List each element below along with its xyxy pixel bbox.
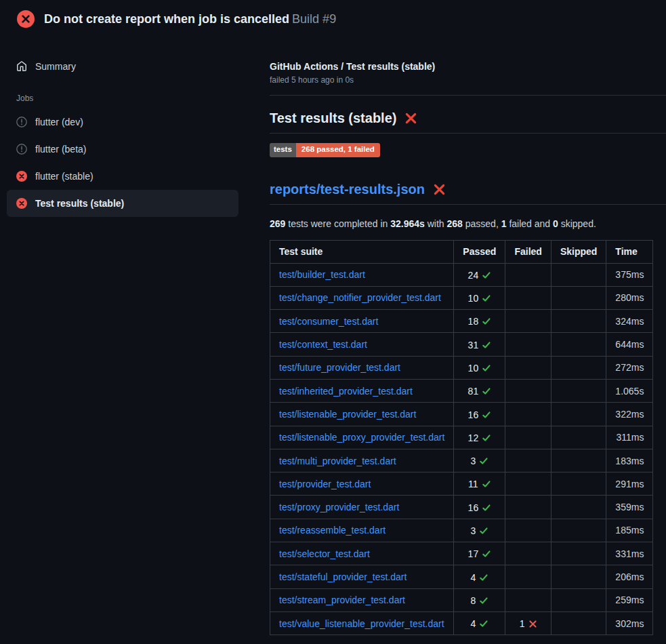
table-row: test/builder_test.dart 24 375ms [270, 263, 653, 286]
sidebar-item-summary[interactable]: Summary [7, 53, 238, 80]
table-row: test/selector_test.dart 17 331ms [270, 542, 653, 565]
test-suite-cell: test/change_notifier_provider_test.dart [270, 286, 454, 309]
passed-cell: 24 [454, 263, 505, 286]
sidebar-item-flutter-beta[interactable]: flutter (beta) [7, 136, 238, 163]
failed-circle-icon [16, 198, 27, 209]
failed-circle-icon [17, 10, 35, 28]
test-suite-cell: test/reassemble_test.dart [270, 519, 454, 542]
test-suite-link[interactable]: test/inherited_provider_test.dart [279, 386, 413, 397]
run-title: Do not create report when job is cancell… [44, 12, 289, 26]
time-cell: 644ms [606, 333, 653, 356]
test-suite-link[interactable]: test/selector_test.dart [279, 548, 370, 559]
test-suite-cell: test/value_listenable_provider_test.dart [270, 611, 454, 635]
test-suite-link[interactable]: test/listenable_proxy_provider_test.dart [279, 432, 444, 443]
test-suite-link[interactable]: test/stream_provider_test.dart [279, 595, 405, 605]
failed-cell [505, 496, 551, 519]
table-row: test/multi_provider_test.dart 3 183ms [270, 449, 653, 472]
passed-cell: 10 [454, 356, 505, 379]
summary-line: 269 tests were completed in 32.964s with… [270, 218, 666, 229]
check-icon [479, 573, 488, 582]
home-icon [16, 61, 27, 72]
test-suite-cell: test/builder_test.dart [270, 263, 454, 286]
test-suite-cell: test/listenable_proxy_provider_test.dart [270, 426, 454, 449]
check-icon [482, 340, 491, 350]
check-icon [482, 503, 491, 512]
sidebar-item-test-results-stable[interactable]: Test results (stable) [7, 190, 238, 217]
test-suite-link[interactable]: test/stateful_provider_test.dart [279, 571, 407, 582]
check-icon [482, 549, 491, 559]
passed-cell: 11 [454, 472, 505, 496]
time-cell: 259ms [606, 588, 653, 611]
sidebar-item-flutter-dev[interactable]: flutter (dev) [7, 108, 238, 136]
time-cell: 185ms [606, 519, 653, 542]
skipped-cell [551, 286, 606, 309]
skipped-cell [551, 379, 606, 402]
table-row: test/value_listenable_provider_test.dart… [270, 611, 653, 635]
passed-cell: 31 [454, 333, 505, 356]
failed-cell [505, 472, 551, 496]
test-suite-cell: test/multi_provider_test.dart [270, 449, 454, 472]
test-suite-cell: test/context_test.dart [270, 333, 454, 356]
run-header: Do not create report when job is cancell… [0, 0, 666, 37]
test-suite-link[interactable]: test/provider_test.dart [279, 479, 371, 489]
test-suite-link[interactable]: test/listenable_provider_test.dart [279, 409, 416, 420]
table-row: test/listenable_provider_test.dart 16 32… [270, 403, 653, 426]
test-suite-cell: test/stream_provider_test.dart [270, 588, 454, 611]
sidebar-item-label: flutter (stable) [35, 171, 93, 182]
time-cell: 324ms [606, 310, 653, 333]
test-suite-link[interactable]: test/change_notifier_provider_test.dart [279, 292, 441, 303]
column-header-passed: Passed [454, 240, 505, 263]
test-suite-link[interactable]: test/value_listenable_provider_test.dart [279, 618, 444, 629]
test-suite-link[interactable]: test/context_test.dart [279, 339, 367, 350]
test-suite-link[interactable]: test/proxy_provider_test.dart [279, 502, 399, 512]
check-icon [482, 386, 491, 396]
table-row: test/provider_test.dart 11 291ms [270, 472, 653, 496]
report-file-link[interactable]: reports/test-results.json [270, 182, 425, 197]
test-suite-link[interactable]: test/builder_test.dart [279, 269, 365, 280]
report-file-heading: reports/test-results.json [270, 182, 666, 205]
jobs-section-label: Jobs [16, 94, 229, 103]
table-row: test/inherited_provider_test.dart 81 1.0… [270, 379, 653, 402]
table-row: test/reassemble_test.dart 3 185ms [270, 519, 653, 542]
test-suite-link[interactable]: test/reassemble_test.dart [279, 525, 386, 536]
test-suite-link[interactable]: test/future_provider_test.dart [279, 362, 400, 373]
skipped-cell [551, 333, 606, 356]
summary-total-count: 269 [270, 218, 285, 229]
neutral-circle-icon [16, 144, 27, 155]
summary-failed-count: 1 [501, 218, 507, 229]
failed-cell [505, 565, 551, 588]
badge-value: 268 passed, 1 failed [296, 143, 380, 157]
test-suite-link[interactable]: test/multi_provider_test.dart [279, 456, 396, 466]
check-icon [482, 270, 491, 280]
time-cell: 322ms [606, 403, 653, 426]
time-cell: 206ms [606, 565, 653, 588]
passed-cell: 8 [454, 588, 505, 611]
check-icon [482, 317, 491, 326]
failed-cell [505, 519, 551, 542]
skipped-cell [551, 472, 606, 496]
sidebar-item-flutter-stable[interactable]: flutter (stable) [7, 163, 238, 190]
test-suite-cell: test/listenable_provider_test.dart [270, 403, 454, 426]
passed-cell: 81 [454, 379, 505, 402]
failed-cell [505, 588, 551, 611]
test-suite-cell: test/provider_test.dart [270, 472, 454, 496]
sidebar-summary-label: Summary [35, 61, 76, 72]
skipped-cell [551, 403, 606, 426]
test-suite-link[interactable]: test/consumer_test.dart [279, 316, 378, 327]
failed-cell: 1 [505, 611, 551, 635]
failed-cell [505, 356, 551, 379]
failed-cell [505, 403, 551, 426]
badge-label: tests [270, 143, 296, 157]
skipped-cell [551, 611, 606, 635]
time-cell: 291ms [606, 472, 653, 496]
test-suite-cell: test/consumer_test.dart [270, 310, 454, 333]
table-row: test/proxy_provider_test.dart 16 359ms [270, 496, 653, 519]
time-cell: 1.065s [606, 379, 653, 402]
check-icon [479, 596, 488, 605]
main-content: GitHub Actions / Test results (stable) f… [270, 37, 666, 635]
summary-duration: 32.964s [390, 218, 425, 229]
passed-cell: 3 [454, 519, 505, 542]
passed-cell: 17 [454, 542, 505, 565]
check-icon [482, 433, 491, 443]
failed-cell [505, 286, 551, 309]
